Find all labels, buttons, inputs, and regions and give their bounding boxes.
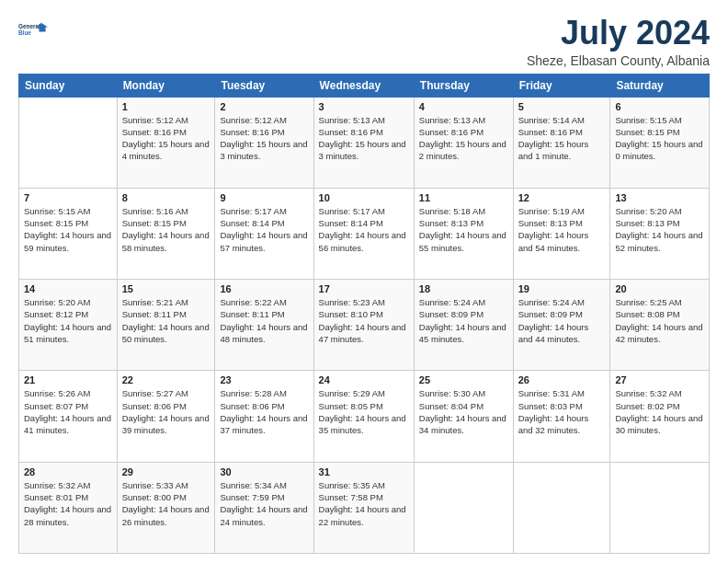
calendar-week-4: 28Sunrise: 5:32 AMSunset: 8:01 PMDayligh… xyxy=(19,462,710,553)
calendar-week-1: 7Sunrise: 5:15 AMSunset: 8:15 PMDaylight… xyxy=(19,188,710,279)
calendar-cell xyxy=(513,462,610,553)
header: GeneralBlue July 2024 Sheze, Elbasan Cou… xyxy=(18,15,710,68)
calendar-cell: 1Sunrise: 5:12 AMSunset: 8:16 PMDaylight… xyxy=(117,97,215,188)
day-info: Sunrise: 5:13 AMSunset: 8:16 PMDaylight:… xyxy=(419,114,508,163)
header-saturday: Saturday xyxy=(610,74,710,97)
day-info: Sunrise: 5:32 AMSunset: 8:02 PMDaylight:… xyxy=(615,387,704,436)
day-number: 7 xyxy=(24,192,112,203)
day-number: 1 xyxy=(122,101,210,112)
day-number: 21 xyxy=(24,374,112,385)
day-info: Sunrise: 5:15 AMSunset: 8:15 PMDaylight:… xyxy=(615,114,704,163)
calendar-week-0: 1Sunrise: 5:12 AMSunset: 8:16 PMDaylight… xyxy=(19,97,710,188)
day-info: Sunrise: 5:31 AMSunset: 8:03 PMDaylight:… xyxy=(518,387,606,436)
day-info: Sunrise: 5:21 AMSunset: 8:11 PMDaylight:… xyxy=(122,296,210,345)
calendar-cell: 14Sunrise: 5:20 AMSunset: 8:12 PMDayligh… xyxy=(19,280,118,371)
calendar-cell: 2Sunrise: 5:12 AMSunset: 8:16 PMDaylight… xyxy=(215,97,313,188)
main-title: July 2024 xyxy=(527,15,710,52)
header-monday: Monday xyxy=(117,74,215,97)
calendar-cell: 29Sunrise: 5:33 AMSunset: 8:00 PMDayligh… xyxy=(117,462,215,553)
calendar-cell: 28Sunrise: 5:32 AMSunset: 8:01 PMDayligh… xyxy=(19,462,118,553)
header-friday: Friday xyxy=(513,74,610,97)
calendar-cell: 5Sunrise: 5:14 AMSunset: 8:16 PMDaylight… xyxy=(513,97,610,188)
calendar-cell: 15Sunrise: 5:21 AMSunset: 8:11 PMDayligh… xyxy=(117,280,215,371)
day-number: 24 xyxy=(319,374,409,385)
calendar-table: Sunday Monday Tuesday Wednesday Thursday… xyxy=(18,74,710,554)
day-number: 16 xyxy=(220,283,308,294)
calendar-cell: 12Sunrise: 5:19 AMSunset: 8:13 PMDayligh… xyxy=(513,188,610,279)
calendar-cell: 3Sunrise: 5:13 AMSunset: 8:16 PMDaylight… xyxy=(313,97,414,188)
calendar-cell: 24Sunrise: 5:29 AMSunset: 8:05 PMDayligh… xyxy=(313,371,414,462)
calendar-cell: 4Sunrise: 5:13 AMSunset: 8:16 PMDaylight… xyxy=(414,97,513,188)
calendar-cell: 9Sunrise: 5:17 AMSunset: 8:14 PMDaylight… xyxy=(215,188,313,279)
subtitle: Sheze, Elbasan County, Albania xyxy=(527,53,710,68)
day-info: Sunrise: 5:27 AMSunset: 8:06 PMDaylight:… xyxy=(122,387,210,436)
day-number: 10 xyxy=(319,192,409,203)
day-info: Sunrise: 5:17 AMSunset: 8:14 PMDaylight:… xyxy=(319,205,409,254)
calendar-cell: 19Sunrise: 5:24 AMSunset: 8:09 PMDayligh… xyxy=(513,280,610,371)
calendar-cell xyxy=(610,462,710,553)
day-info: Sunrise: 5:13 AMSunset: 8:16 PMDaylight:… xyxy=(319,114,409,163)
day-number: 9 xyxy=(220,192,308,203)
day-info: Sunrise: 5:19 AMSunset: 8:13 PMDaylight:… xyxy=(518,205,606,254)
calendar-week-2: 14Sunrise: 5:20 AMSunset: 8:12 PMDayligh… xyxy=(19,280,710,371)
day-info: Sunrise: 5:12 AMSunset: 8:16 PMDaylight:… xyxy=(122,114,210,163)
day-info: Sunrise: 5:20 AMSunset: 8:12 PMDaylight:… xyxy=(24,296,112,345)
day-info: Sunrise: 5:28 AMSunset: 8:06 PMDaylight:… xyxy=(220,387,308,436)
calendar-cell: 20Sunrise: 5:25 AMSunset: 8:08 PMDayligh… xyxy=(610,280,710,371)
day-number: 17 xyxy=(319,283,409,294)
day-number: 19 xyxy=(518,283,606,294)
calendar-cell: 26Sunrise: 5:31 AMSunset: 8:03 PMDayligh… xyxy=(513,371,610,462)
calendar-cell: 16Sunrise: 5:22 AMSunset: 8:11 PMDayligh… xyxy=(215,280,313,371)
day-info: Sunrise: 5:12 AMSunset: 8:16 PMDaylight:… xyxy=(220,114,308,163)
day-info: Sunrise: 5:26 AMSunset: 8:07 PMDaylight:… xyxy=(24,387,112,436)
day-info: Sunrise: 5:34 AMSunset: 7:59 PMDaylight:… xyxy=(220,479,308,528)
day-info: Sunrise: 5:20 AMSunset: 8:13 PMDaylight:… xyxy=(615,205,704,254)
day-number: 20 xyxy=(615,283,704,294)
day-info: Sunrise: 5:25 AMSunset: 8:08 PMDaylight:… xyxy=(615,296,704,345)
header-wednesday: Wednesday xyxy=(313,74,414,97)
calendar-page: GeneralBlue July 2024 Sheze, Elbasan Cou… xyxy=(0,0,728,563)
day-number: 26 xyxy=(518,374,606,385)
calendar-cell: 18Sunrise: 5:24 AMSunset: 8:09 PMDayligh… xyxy=(414,280,513,371)
calendar-cell: 30Sunrise: 5:34 AMSunset: 7:59 PMDayligh… xyxy=(215,462,313,553)
day-number: 14 xyxy=(24,283,112,294)
calendar-cell: 8Sunrise: 5:16 AMSunset: 8:15 PMDaylight… xyxy=(117,188,215,279)
day-info: Sunrise: 5:35 AMSunset: 7:58 PMDaylight:… xyxy=(319,479,409,528)
day-number: 29 xyxy=(122,466,210,477)
calendar-cell: 6Sunrise: 5:15 AMSunset: 8:15 PMDaylight… xyxy=(610,97,710,188)
header-tuesday: Tuesday xyxy=(215,74,313,97)
day-number: 18 xyxy=(419,283,508,294)
title-block: July 2024 Sheze, Elbasan County, Albania xyxy=(527,15,710,68)
calendar-cell xyxy=(19,97,118,188)
day-info: Sunrise: 5:32 AMSunset: 8:01 PMDaylight:… xyxy=(24,479,112,528)
day-info: Sunrise: 5:33 AMSunset: 8:00 PMDaylight:… xyxy=(122,479,210,528)
day-info: Sunrise: 5:29 AMSunset: 8:05 PMDaylight:… xyxy=(319,387,409,436)
logo-icon: GeneralBlue xyxy=(18,15,48,44)
day-info: Sunrise: 5:18 AMSunset: 8:13 PMDaylight:… xyxy=(419,205,508,254)
day-number: 13 xyxy=(615,192,704,203)
day-number: 23 xyxy=(220,374,308,385)
day-number: 2 xyxy=(220,101,308,112)
day-number: 12 xyxy=(518,192,606,203)
day-number: 4 xyxy=(419,101,508,112)
day-info: Sunrise: 5:17 AMSunset: 8:14 PMDaylight:… xyxy=(220,205,308,254)
calendar-cell: 17Sunrise: 5:23 AMSunset: 8:10 PMDayligh… xyxy=(313,280,414,371)
calendar-cell: 13Sunrise: 5:20 AMSunset: 8:13 PMDayligh… xyxy=(610,188,710,279)
day-info: Sunrise: 5:16 AMSunset: 8:15 PMDaylight:… xyxy=(122,205,210,254)
calendar-cell: 7Sunrise: 5:15 AMSunset: 8:15 PMDaylight… xyxy=(19,188,118,279)
day-info: Sunrise: 5:14 AMSunset: 8:16 PMDaylight:… xyxy=(518,114,606,163)
calendar-cell: 31Sunrise: 5:35 AMSunset: 7:58 PMDayligh… xyxy=(313,462,414,553)
calendar-cell: 27Sunrise: 5:32 AMSunset: 8:02 PMDayligh… xyxy=(610,371,710,462)
logo: GeneralBlue xyxy=(18,15,48,44)
header-sunday: Sunday xyxy=(19,74,118,97)
day-number: 27 xyxy=(615,374,704,385)
header-thursday: Thursday xyxy=(414,74,513,97)
day-number: 15 xyxy=(122,283,210,294)
calendar-cell: 11Sunrise: 5:18 AMSunset: 8:13 PMDayligh… xyxy=(414,188,513,279)
calendar-cell: 22Sunrise: 5:27 AMSunset: 8:06 PMDayligh… xyxy=(117,371,215,462)
day-number: 22 xyxy=(122,374,210,385)
day-number: 28 xyxy=(24,466,112,477)
day-number: 5 xyxy=(518,101,606,112)
day-number: 3 xyxy=(319,101,409,112)
calendar-cell xyxy=(414,462,513,553)
